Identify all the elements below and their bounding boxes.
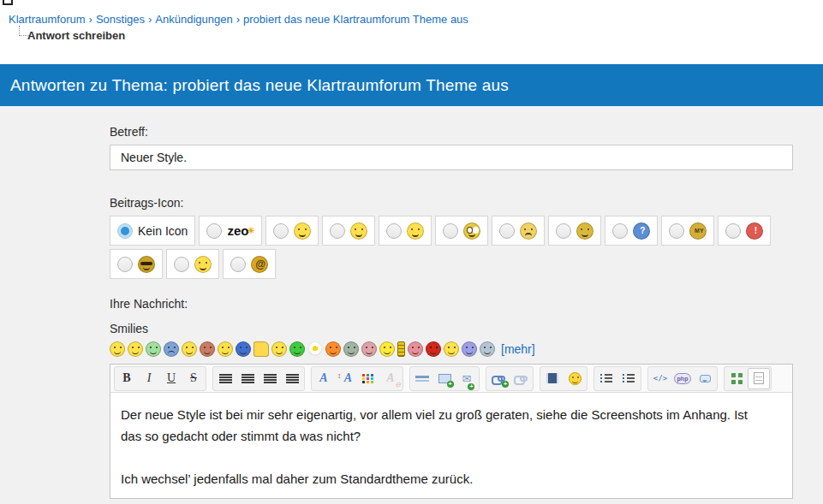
fullscreen-button[interactable]: [725, 368, 748, 389]
remove-format-button[interactable]: A: [379, 368, 402, 389]
post-icon-option[interactable]: !: [718, 216, 771, 246]
code-group: </> php: [647, 366, 718, 391]
italic-button[interactable]: I: [138, 368, 160, 389]
insert-smiley-button[interactable]: [564, 368, 586, 389]
smiley-icon[interactable]: [289, 341, 305, 357]
insert-image-button[interactable]: [433, 368, 456, 389]
post-icon-option[interactable]: [166, 249, 219, 279]
strikethrough-button[interactable]: S: [182, 368, 205, 389]
post-icon-option-none[interactable]: Kein Icon: [110, 216, 195, 246]
post-icon-option[interactable]: [110, 249, 163, 279]
align-justify-icon: [286, 374, 299, 383]
reply-form: Betreff: Beitrags-Icon: Kein Icon zeo☀: [0, 106, 823, 504]
document-icon: [754, 372, 764, 384]
align-center-button[interactable]: [236, 368, 259, 389]
align-justify-button[interactable]: [281, 368, 303, 389]
horizontal-rule-button[interactable]: [411, 368, 433, 389]
smiley-icon[interactable]: [236, 341, 251, 357]
smiley-icon[interactable]: [146, 341, 161, 357]
post-icon-option[interactable]: [492, 216, 545, 246]
email-icon: ✉: [462, 372, 472, 385]
smiley-icon[interactable]: [480, 341, 495, 357]
message-paragraph: Ich wechsel’ jedenfalls mal daher zum St…: [121, 468, 756, 489]
smiley-icon[interactable]: [182, 341, 197, 357]
post-icon-option[interactable]: @: [223, 249, 276, 279]
code-icon: </>: [653, 374, 667, 382]
align-left-button[interactable]: [214, 368, 236, 389]
radio-button[interactable]: [230, 257, 246, 272]
align-right-button[interactable]: [259, 368, 281, 389]
breadcrumb-link-thread[interactable]: probiert das neue Klartraumforum Theme a…: [243, 13, 468, 26]
breadcrumb-link-category[interactable]: Sonstiges: [96, 13, 145, 26]
post-icon-option[interactable]: zeo☀: [199, 216, 262, 246]
message-body-input[interactable]: Der neue Style ist bei mir sehr eigenart…: [110, 393, 792, 501]
radio-button[interactable]: [174, 257, 189, 272]
insert-email-button[interactable]: ✉: [456, 368, 478, 389]
remove-link-button[interactable]: [510, 368, 532, 389]
radio-button-selected[interactable]: [117, 223, 133, 239]
insert-link-button[interactable]: [487, 368, 510, 389]
fullscreen-icon: [731, 373, 736, 377]
post-icon-option[interactable]: ?: [605, 216, 658, 246]
insert-php-button[interactable]: php: [671, 368, 694, 389]
radio-button[interactable]: [725, 223, 741, 239]
radio-button[interactable]: [330, 223, 345, 239]
insert-code-button[interactable]: </>: [649, 368, 671, 389]
breadcrumb-separator: ›: [145, 13, 155, 26]
message-editor: B I U S A ↕A A ✉: [110, 364, 793, 499]
bold-button[interactable]: B: [116, 368, 138, 389]
smiley-icon[interactable]: [325, 341, 341, 357]
smiley-icon[interactable]: [128, 341, 143, 357]
smiley-icon[interactable]: [426, 341, 441, 357]
smiley-icon[interactable]: [271, 341, 287, 357]
underline-button[interactable]: U: [160, 368, 182, 389]
post-icon-option[interactable]: [265, 216, 319, 246]
link-icon: [492, 375, 505, 382]
source-view-button[interactable]: [748, 368, 770, 389]
radio-button[interactable]: [499, 223, 515, 239]
insert-quote-button[interactable]: [694, 368, 716, 389]
smiley-icon[interactable]: [110, 341, 125, 357]
smiley-icon[interactable]: [343, 341, 359, 357]
radio-button[interactable]: [556, 223, 571, 239]
smiley-icon[interactable]: [397, 341, 405, 357]
breadcrumb: Klartraumforum›Sonstiges›Ankündigungen›p…: [9, 13, 823, 27]
breadcrumb-link-forum[interactable]: Klartraumforum: [9, 13, 86, 26]
radio-button[interactable]: [669, 223, 684, 239]
radio-button[interactable]: [386, 223, 402, 239]
post-icon-option[interactable]: [435, 216, 488, 246]
color-palette-button[interactable]: [357, 368, 379, 389]
smiley-icon[interactable]: [200, 341, 215, 357]
post-icon-option[interactable]: [322, 216, 375, 246]
more-smilies-link[interactable]: [mehr]: [501, 342, 535, 356]
font-size-button[interactable]: ↕A: [335, 368, 357, 389]
font-color-button[interactable]: A: [313, 368, 335, 389]
smiley-icon[interactable]: [218, 341, 233, 357]
smiley-icon[interactable]: [462, 341, 477, 357]
insert-video-button[interactable]: [541, 368, 564, 389]
breadcrumb-link-board[interactable]: Ankündigungen: [155, 13, 232, 26]
post-icon-option[interactable]: [548, 216, 601, 246]
post-icon-option[interactable]: [379, 216, 432, 246]
size-arrow-icon: ↕: [337, 371, 342, 380]
radio-button[interactable]: [443, 223, 458, 239]
smiley-icon[interactable]: [379, 341, 395, 357]
view-group: [724, 366, 772, 391]
smiley-icon[interactable]: [444, 341, 459, 357]
smiley-icon[interactable]: [307, 341, 323, 357]
subject-input[interactable]: [110, 145, 793, 170]
smiley-icon[interactable]: [164, 341, 179, 357]
radio-button[interactable]: [612, 223, 628, 239]
post-icon-option[interactable]: MY: [661, 216, 714, 246]
smiley-icon[interactable]: [361, 341, 377, 357]
bullet-list-button[interactable]: [595, 368, 617, 389]
numbered-list-button[interactable]: [617, 368, 640, 389]
radio-button[interactable]: [206, 223, 222, 239]
numbered-list-icon: [623, 374, 635, 382]
smiley-icon[interactable]: [408, 341, 423, 357]
radio-button[interactable]: [117, 257, 133, 272]
smiley-icon[interactable]: [253, 341, 269, 357]
radio-button[interactable]: [273, 223, 289, 239]
smilies-strip: [mehr]: [110, 341, 793, 357]
link-group: [486, 366, 534, 391]
